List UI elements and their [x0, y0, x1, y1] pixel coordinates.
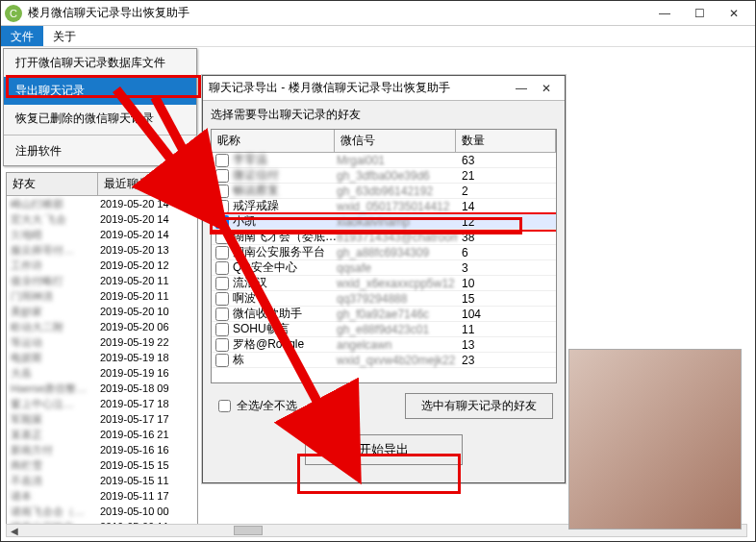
table-row[interactable]: 湖南公安服务平台gh_a88fc69343096 — [212, 245, 556, 260]
table-row[interactable]: SOHU畅言gh_e88f9d423c0111 — [212, 322, 556, 337]
table-row[interactable]: 湖南飞才会（娄底…8193714343@chatroom38 — [212, 230, 556, 245]
select-all-label: 全选/全不选 — [237, 398, 297, 414]
dropdown-open-db[interactable]: 打开微信聊天记录数据库文件 — [4, 49, 196, 77]
app-icon: C — [5, 5, 22, 22]
friend-row[interactable]: 军期展2019-05-17 17 — [7, 411, 197, 427]
background-photo — [568, 349, 742, 530]
row-checkbox[interactable] — [215, 154, 229, 167]
main-min-button[interactable]: — — [647, 1, 682, 26]
friend-row[interactable]: 电据斯2019-05-19 18 — [7, 350, 197, 365]
table-row[interactable]: 流浪汉wxid_x6exaxxcpp5w1210 — [212, 276, 556, 291]
select-has-chat-button[interactable]: 选中有聊天记录的好友 — [405, 393, 553, 419]
friend-row[interactable]: 宏大大 飞会2019-05-20 14 — [7, 211, 197, 227]
menu-file[interactable]: 文件 — [1, 26, 43, 46]
menubar: 文件 关于 — [1, 26, 755, 47]
friend-row[interactable]: Haerse唐信整…2019-05-18 09 — [7, 381, 197, 396]
friend-row[interactable]: 欠地晴2019-05-20 14 — [7, 227, 197, 242]
dialog-subtitle: 选择需要导出聊天记录的好友 — [203, 101, 565, 129]
friend-row[interactable]: 新南方付2019-05-16 16 — [7, 442, 197, 457]
row-checkbox[interactable] — [215, 185, 229, 198]
friend-row[interactable]: 窗上中心注…2019-05-17 18 — [7, 396, 197, 411]
row-checkbox[interactable] — [215, 215, 229, 229]
table-row[interactable]: 栋wxid_qxvw4b20mejk2223 — [212, 353, 556, 368]
friend-row[interactable]: 崎山打睢那2019-05-20 14 — [7, 196, 197, 211]
friend-row[interactable]: 请本2019-05-11 17 — [7, 488, 197, 504]
file-dropdown: 打开微信聊天记录数据库文件 导出聊天记录 恢复已删除的微信聊天记录 注册软件 — [3, 48, 197, 166]
row-checkbox[interactable] — [215, 169, 229, 183]
scroll-left-icon[interactable]: ◀ — [7, 526, 22, 536]
dropdown-export[interactable]: 导出聊天记录 — [4, 77, 196, 105]
row-checkbox[interactable] — [215, 338, 229, 352]
dropdown-register[interactable]: 注册软件 — [4, 137, 196, 165]
row-checkbox[interactable] — [215, 354, 229, 367]
start-export-button[interactable]: 开始导出 — [305, 434, 463, 465]
row-checkbox[interactable] — [215, 308, 229, 321]
dropdown-recover[interactable]: 恢复已删除的微信聊天记录 — [4, 105, 196, 133]
dialog-table[interactable]: 昵称 微信号 数量 李零温Mrgai00163微证信付gh_3dfba00e39… — [211, 129, 557, 383]
table-row[interactable]: 李零温Mrgai00163 — [212, 153, 556, 168]
main-titlebar: C 楼月微信聊天记录导出恢复助手 — ☐ ✕ — [1, 1, 755, 26]
app-title: 楼月微信聊天记录导出恢复助手 — [28, 5, 647, 21]
main-close-button[interactable]: ✕ — [717, 1, 751, 26]
friend-row[interactable]: 某基正2019-05-16 21 — [7, 427, 197, 442]
export-dialog: 聊天记录导出 - 楼月微信聊天记录导出恢复助手 — ✕ 选择需要导出聊天记录的好… — [202, 75, 566, 483]
friend-row[interactable]: 商栏雪2019-05-15 15 — [7, 457, 197, 473]
friend-col-name[interactable]: 好友 — [7, 173, 98, 195]
dialog-min-button[interactable]: — — [509, 76, 534, 101]
friend-row[interactable]: 欧动大二附2019-05-20 06 — [7, 319, 197, 334]
scroll-thumb[interactable] — [234, 526, 263, 535]
friend-row[interactable]: 大岳2019-05-19 16 — [7, 365, 197, 381]
table-row[interactable]: 罗格@Roogleangelcawn13 — [212, 337, 556, 353]
row-checkbox[interactable] — [215, 261, 229, 275]
friend-col-time[interactable]: 最近聊天时 — [98, 173, 197, 195]
row-checkbox[interactable] — [215, 277, 229, 290]
friend-row[interactable]: 工作诗2019-05-20 12 — [7, 258, 197, 273]
dialog-close-button[interactable]: ✕ — [534, 76, 559, 101]
th-count[interactable]: 数量 — [456, 130, 556, 152]
table-row[interactable]: 戒浮戒躁wxid_050173501441214 — [212, 199, 556, 214]
friend-row[interactable]: 值业付略打2019-05-20 11 — [7, 273, 197, 288]
menu-about[interactable]: 关于 — [43, 26, 86, 46]
dialog-title: 聊天记录导出 - 楼月微信聊天记录导出恢复助手 — [209, 80, 509, 96]
th-wxid[interactable]: 微信号 — [335, 130, 456, 152]
friend-row[interactable]: 门用神清2019-05-20 11 — [7, 288, 197, 304]
friend-row[interactable]: 服尖师哥付…2019-05-20 13 — [7, 242, 197, 258]
row-checkbox[interactable] — [215, 292, 229, 306]
table-row[interactable]: 啊波qq37929488815 — [212, 291, 556, 307]
friend-row[interactable]: 美妙家2019-05-20 10 — [7, 304, 197, 319]
friend-row[interactable]: 请南飞会会（…2019-05-10 00 — [7, 504, 197, 519]
select-all-checkbox[interactable] — [218, 400, 231, 412]
row-checkbox[interactable] — [215, 200, 229, 213]
table-row[interactable]: 畅说蔡复gh_63db961421922 — [212, 184, 556, 199]
table-row[interactable]: 微信收款助手gh_f0a92ae7146c104 — [212, 307, 556, 322]
friend-row[interactable]: 等运动2019-05-19 22 — [7, 334, 197, 350]
row-checkbox[interactable] — [215, 323, 229, 336]
row-checkbox[interactable] — [215, 246, 229, 259]
friend-list-panel: 好友 最近聊天时 崎山打睢那2019-05-20 14宏大大 飞会2019-05… — [6, 172, 198, 531]
table-row[interactable]: 小凯xiaokaivinamp12 — [212, 214, 556, 230]
table-row[interactable]: QQ安全中心qqsafe3 — [212, 260, 556, 276]
friend-row[interactable]: 不岳清2019-05-15 11 — [7, 473, 197, 488]
main-max-button[interactable]: ☐ — [682, 1, 717, 26]
th-nick[interactable]: 昵称 — [212, 130, 335, 152]
table-row[interactable]: 微证信付gh_3dfba00e39d621 — [212, 168, 556, 184]
row-checkbox[interactable] — [215, 231, 229, 244]
dropdown-separator — [4, 135, 196, 136]
